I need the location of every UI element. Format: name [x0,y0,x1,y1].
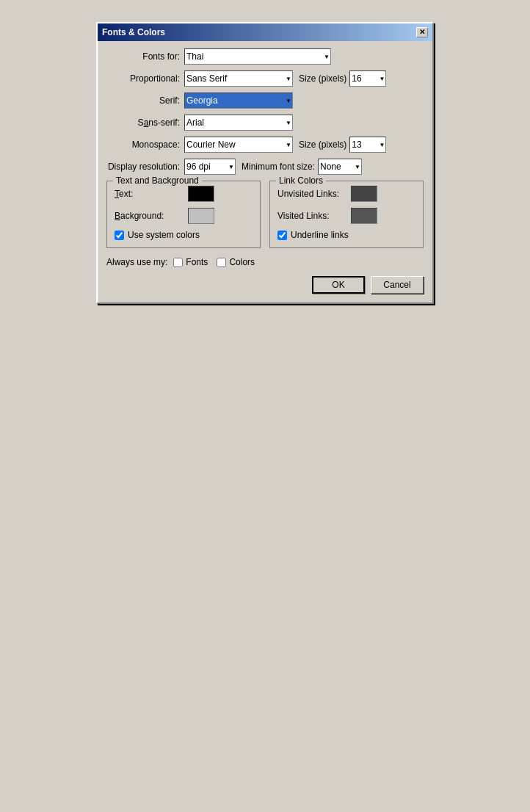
monospace-row: Monospace: Courier New Courier Lucida Co… [106,137,424,153]
title-bar: Fonts & Colors ✕ [98,23,432,41]
text-color-button[interactable] [188,186,214,202]
monospace-select-wrapper: Courier New Courier Lucida Console [184,137,293,153]
monospace-select[interactable]: Courier New Courier Lucida Console [184,137,293,153]
sans-serif-select-wrapper: Arial Helvetica Verdana [184,115,293,131]
use-system-colors-row: Use system colors [115,230,253,240]
fonts-for-row: Fonts for: Thai Western Central European… [106,48,424,65]
monospace-size-wrapper: 13 10 12 14 [349,137,386,153]
fonts-colors-dialog: Fonts & Colors ✕ Fonts for: Thai Western… [96,22,434,304]
fonts-for-label: Fonts for: [106,51,180,62]
always-use-fonts-checkbox[interactable] [173,258,183,267]
visited-links-row: Visited Links: [277,208,415,224]
underline-links-row: Underline links [277,230,415,240]
monospace-size-label: Size (pixels) [299,139,346,150]
monospace-size-select[interactable]: 13 10 12 14 [349,137,386,153]
close-button[interactable]: ✕ [416,27,428,37]
colors-section: Text and Background Text: Background: Us… [106,181,424,254]
display-resolution-row: Display resolution: 96 dpi 72 dpi 120 dp… [106,159,424,175]
proportional-select-wrapper: Sans Serif Times New Roman Arial [184,70,293,87]
unvisited-links-label: Unvisited Links: [277,189,351,199]
display-resolution-select-wrapper: 96 dpi 72 dpi 120 dpi [184,159,236,175]
unvisited-links-row: Unvisited Links: [277,186,415,202]
proportional-row: Proportional: Sans Serif Times New Roman… [106,70,424,87]
proportional-size-wrapper: 16 12 14 18 [349,70,386,87]
text-color-label: Text: [115,189,188,199]
cancel-button[interactable]: Cancel [371,276,424,294]
use-system-colors-label: Use system colors [128,230,200,240]
background-color-row: Background: [115,208,253,224]
text-background-group: Text and Background Text: Background: Us… [106,181,261,248]
fonts-for-select-wrapper: Thai Western Central European Cyrillic [184,48,331,65]
serif-label: Serif: [106,95,180,106]
min-font-size-select[interactable]: None 9 10 12 [318,159,362,175]
visited-links-color-button[interactable] [351,208,377,224]
proportional-label: Proportional: [106,73,180,84]
min-font-size-select-wrapper: None 9 10 12 [318,159,362,175]
unvisited-links-color-button[interactable] [351,186,377,202]
proportional-size-select[interactable]: 16 12 14 18 [349,70,386,87]
buttons-row: OK Cancel [106,276,424,294]
sans-serif-label: Sans-serif: [106,117,180,128]
always-use-label: Always use my: [106,257,167,267]
sans-serif-row: Sans-serif: Arial Helvetica Verdana [106,115,424,131]
sans-serif-select[interactable]: Arial Helvetica Verdana [184,115,293,131]
proportional-select[interactable]: Sans Serif Times New Roman Arial [184,70,293,87]
always-use-colors-checkbox[interactable] [217,258,226,267]
serif-row: Serif: Georgia Times New Roman Palatino [106,93,424,109]
underline-links-checkbox[interactable] [277,231,287,240]
background-color-label: Background: [115,211,188,221]
use-system-colors-checkbox[interactable] [115,231,124,240]
underline-links-label: Underline links [291,230,349,240]
link-colors-legend: Link Colors [276,175,326,186]
link-colors-group: Link Colors Unvisited Links: Visited Lin… [269,181,424,248]
dialog-title: Fonts & Colors [102,27,165,37]
fonts-for-select[interactable]: Thai Western Central European Cyrillic [184,48,331,65]
always-use-fonts-item: Fonts [173,257,208,267]
ok-button[interactable]: OK [312,276,365,294]
serif-select[interactable]: Georgia Times New Roman Palatino [184,93,293,109]
visited-links-label: Visited Links: [277,211,351,221]
min-font-size-label: Minimum font size: [242,162,315,172]
text-color-row: Text: [115,186,253,202]
text-background-legend: Text and Background [113,175,202,186]
display-resolution-select[interactable]: 96 dpi 72 dpi 120 dpi [184,159,236,175]
background-color-button[interactable] [188,208,214,224]
always-use-colors-item: Colors [217,257,255,267]
monospace-label: Monospace: [106,139,180,150]
always-use-colors-label: Colors [229,257,255,267]
proportional-size-label: Size (pixels) [299,73,346,84]
display-resolution-label: Display resolution: [106,162,180,172]
always-use-fonts-label: Fonts [186,257,208,267]
always-use-row: Always use my: Fonts Colors [106,257,424,267]
serif-select-wrapper: Georgia Times New Roman Palatino [184,93,293,109]
